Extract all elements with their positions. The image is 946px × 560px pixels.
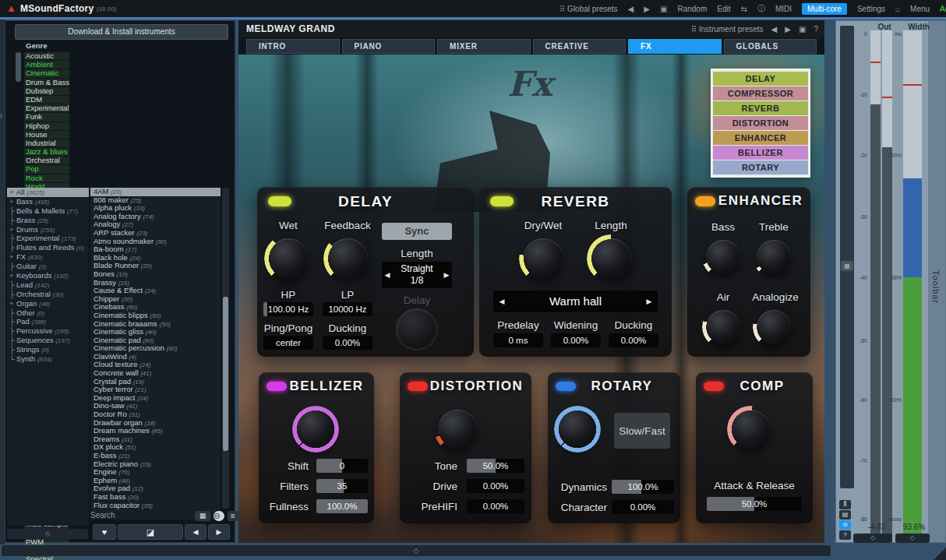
tree-expand-icon[interactable]: +	[9, 188, 16, 197]
tree-expand-icon[interactable]: ├	[9, 290, 16, 299]
pause-button[interactable]: Ⅱ	[839, 500, 851, 509]
preset-list-item[interactable]: Ba-boom (17)	[90, 245, 221, 254]
preset-list-item[interactable]: Evolve pad (12)	[90, 484, 221, 493]
keyboard-icon[interactable]: ▦	[195, 511, 210, 521]
tree-item[interactable]: └Synth (834)	[7, 354, 89, 364]
tab[interactable]: GLOBALS	[724, 39, 817, 54]
preset-list-item[interactable]: Dino-saw (41)	[90, 402, 221, 410]
preset-list-scrollbar[interactable]	[222, 188, 229, 509]
preset-list-item[interactable]: Cyber terror (21)	[90, 386, 221, 394]
tree-expand-icon[interactable]: ├	[9, 317, 16, 326]
save-icon[interactable]: ▣	[799, 25, 806, 33]
fx-chain-item[interactable]: ENHANCER	[713, 131, 808, 145]
pingpong-field[interactable]: center	[263, 336, 313, 350]
delay-ducking-field[interactable]: 0.00%	[323, 336, 372, 350]
prev-icon[interactable]: ◀	[496, 291, 507, 312]
next-preset-button[interactable]: ▶	[208, 524, 230, 540]
category-filter-item[interactable]: EDM	[24, 96, 69, 104]
predelay-field[interactable]: 0 ms	[493, 333, 543, 347]
tree-expand-icon[interactable]: ├	[9, 280, 16, 290]
length-selector[interactable]: ◀ Straight1/8 ▶	[382, 262, 452, 288]
prev-icon[interactable]: ◀	[771, 25, 778, 33]
tab[interactable]: MIXER	[437, 39, 531, 54]
category-filter-item[interactable]: Spectral	[24, 555, 69, 560]
preset-list-item[interactable]: Analog factory (74)	[90, 213, 221, 221]
volume-slider[interactable]: ▦	[840, 26, 854, 488]
preset-list-item[interactable]: Cinematic pad (60)	[90, 336, 221, 345]
preset-list-item[interactable]: Drawbar organ (18)	[90, 419, 221, 428]
preset-list-item[interactable]: Cinematic blipps (50)	[90, 312, 221, 320]
category-filter-item[interactable]: Industrial	[24, 139, 69, 147]
lp-field[interactable]: 10000 Hz	[323, 302, 372, 316]
power-button[interactable]: ⊙	[839, 520, 851, 530]
preset-list-item[interactable]: 4AM (20)	[90, 188, 221, 196]
tree-item[interactable]: ├Other (0)	[7, 308, 89, 318]
next-icon[interactable]: ▶	[644, 291, 655, 312]
category-filter-item[interactable]: Acoustic	[24, 52, 69, 60]
tree-expand-icon[interactable]: ├	[9, 206, 16, 216]
active-status[interactable]: Active	[940, 5, 946, 13]
tree-item[interactable]: ├Pad (388)	[7, 317, 89, 326]
tree-item[interactable]: ├Brass (29)	[7, 216, 89, 225]
settings-button[interactable]: Settings	[857, 5, 885, 13]
tree-expand-icon[interactable]: └	[9, 354, 16, 364]
category-filter-item[interactable]: Orchestral	[24, 157, 69, 164]
preset-list-item[interactable]: Brassy (16)	[90, 279, 221, 287]
distortion-knob[interactable]	[438, 410, 477, 449]
air-knob[interactable]	[706, 310, 740, 344]
wet-knob[interactable]	[268, 238, 309, 279]
tab[interactable]: CREATIVE	[533, 39, 627, 54]
preset-list-item[interactable]: Cause & Effect (24)	[90, 287, 221, 295]
save-preset-icon[interactable]: ▣	[660, 5, 667, 13]
comp-knob[interactable]	[731, 410, 770, 449]
window-resize-handle[interactable]	[934, 548, 946, 560]
category-filter-item[interactable]: Pop	[24, 165, 69, 173]
widening-field[interactable]: 0.00%	[551, 333, 601, 347]
tree-item[interactable]: +All (3625)	[7, 188, 89, 197]
help-icon[interactable]: ?	[814, 25, 818, 33]
distortion-row-field[interactable]: 50.0%	[467, 459, 524, 473]
midi-button[interactable]: MIDI	[775, 5, 792, 13]
home-icon[interactable]: ⌂	[895, 5, 900, 13]
reverb-length-knob[interactable]	[591, 238, 631, 279]
volume-slider-grip[interactable]: ▦	[841, 261, 853, 271]
ab-compare-icon[interactable]: ⇆	[741, 5, 747, 13]
menu-button[interactable]: Menu	[910, 5, 930, 13]
preset-list-item[interactable]: Cinebass (60)	[90, 303, 221, 312]
preset-list-item[interactable]: Deep impact (24)	[90, 394, 221, 403]
tree-expand-icon[interactable]: +	[9, 271, 16, 280]
reverb-ducking-field[interactable]: 0.00%	[609, 333, 658, 347]
category-filter-item[interactable]: Funk	[24, 113, 69, 121]
tree-horizontal-scrollbar[interactable]: ◇	[7, 529, 88, 539]
attack-release-field[interactable]: 50.0%	[707, 497, 802, 511]
tree-item[interactable]: +FX (830)	[7, 252, 89, 262]
preset-list-item[interactable]: Crystal pad (19)	[90, 378, 221, 386]
preset-list-item[interactable]: Doctor Ro (31)	[90, 410, 221, 419]
category-filter-item[interactable]: Hiphop	[24, 122, 69, 130]
treble-knob[interactable]	[757, 240, 791, 274]
preset-list-item[interactable]: Ephem (46)	[90, 477, 221, 485]
bellizer-knob[interactable]	[296, 410, 335, 449]
search-input[interactable]: Search	[90, 511, 115, 519]
favorite-button[interactable]: ♥	[93, 524, 116, 540]
preset-list-item[interactable]: Cinematic gliss (40)	[90, 328, 221, 336]
tree-item[interactable]: ├Orchestral (30)	[7, 290, 89, 299]
random-button[interactable]: Random	[677, 5, 707, 13]
enhancer-enable-led[interactable]	[695, 196, 715, 206]
preset-list-item[interactable]: ARP stacker (23)	[90, 229, 221, 238]
edit-button[interactable]: Edit	[717, 5, 730, 13]
fx-chain-item[interactable]: BELLIZER	[713, 146, 808, 160]
preset-list-item[interactable]: Cinematic percussion (60)	[90, 344, 221, 353]
category-filter-item[interactable]: Dubstep	[24, 87, 69, 95]
preset-list-item[interactable]: Cloud texture (24)	[90, 361, 221, 369]
tree-expand-icon[interactable]: ├	[9, 243, 16, 252]
analogize-knob[interactable]	[757, 310, 791, 344]
filter-minus-icon[interactable]: ⊖	[214, 511, 224, 521]
sync-toggle[interactable]: Sync	[382, 223, 452, 240]
preset-list-item[interactable]: Fast bass (20)	[90, 493, 221, 502]
preset-list-item[interactable]: E-bass (21)	[90, 452, 221, 460]
bellizer-row-field[interactable]: 35	[316, 479, 368, 493]
fx-chain-item[interactable]: ROTARY	[713, 160, 808, 174]
tree-item[interactable]: +Keyboards (192)	[7, 271, 89, 280]
tree-item[interactable]: ├Sequences (197)	[7, 336, 89, 345]
